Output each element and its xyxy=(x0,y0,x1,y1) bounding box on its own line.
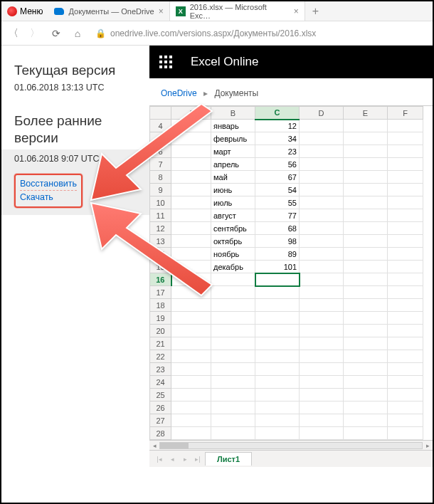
cell[interactable] xyxy=(171,248,211,261)
cell[interactable] xyxy=(171,325,211,337)
cell[interactable]: ноябрь xyxy=(211,248,255,261)
cell[interactable] xyxy=(300,196,344,209)
cell[interactable] xyxy=(388,145,423,158)
cell[interactable] xyxy=(255,299,300,312)
cell[interactable] xyxy=(255,427,300,440)
cell[interactable] xyxy=(300,120,344,132)
cell[interactable] xyxy=(388,325,423,337)
column-header[interactable]: F xyxy=(388,107,423,120)
cell[interactable] xyxy=(300,401,344,414)
cell[interactable] xyxy=(300,235,344,248)
cell[interactable] xyxy=(344,196,388,209)
row-header[interactable]: 6 xyxy=(150,145,171,158)
cell[interactable] xyxy=(300,414,344,427)
cell[interactable] xyxy=(211,325,255,337)
cell[interactable] xyxy=(344,222,388,235)
row-header[interactable]: 18 xyxy=(150,299,171,312)
cell[interactable] xyxy=(300,325,344,337)
row-header[interactable]: 19 xyxy=(150,312,171,325)
cell[interactable] xyxy=(255,273,300,286)
address-bar[interactable]: 🔒 onedrive.live.com/versions.aspx/Докуме… xyxy=(91,28,428,38)
cell[interactable]: 101 xyxy=(255,261,300,273)
sheet-tab[interactable]: Лист1 xyxy=(205,452,252,466)
row-header[interactable]: 7 xyxy=(150,158,171,171)
cell[interactable] xyxy=(344,261,388,273)
cell[interactable] xyxy=(344,427,388,440)
row-header[interactable]: 25 xyxy=(150,389,171,401)
older-version-item[interactable]: 01.06.2018 9:07 UTC Восстановить Скачать xyxy=(1,149,149,216)
cell[interactable] xyxy=(255,312,300,325)
cell[interactable] xyxy=(388,248,423,261)
cell[interactable] xyxy=(300,337,344,350)
sheet-first-icon[interactable]: |◂ xyxy=(154,456,165,463)
cell[interactable] xyxy=(388,235,423,248)
cell[interactable]: март xyxy=(211,145,255,158)
cell[interactable] xyxy=(344,184,388,196)
download-link[interactable]: Скачать xyxy=(20,190,77,204)
cell[interactable] xyxy=(211,427,255,440)
cell[interactable] xyxy=(344,158,388,171)
cell[interactable] xyxy=(388,312,423,325)
cell[interactable] xyxy=(255,325,300,337)
cell[interactable] xyxy=(344,414,388,427)
cell[interactable]: 68 xyxy=(255,222,300,235)
spreadsheet-grid[interactable]: ABCDEF4январь125феврыль346март237апрель5… xyxy=(149,105,433,440)
cell[interactable] xyxy=(171,299,211,312)
cell[interactable] xyxy=(255,389,300,401)
column-header[interactable]: A xyxy=(171,107,211,120)
cell[interactable] xyxy=(171,158,211,171)
cell[interactable] xyxy=(171,184,211,196)
cell[interactable]: 56 xyxy=(255,158,300,171)
cell[interactable] xyxy=(344,376,388,389)
cell[interactable] xyxy=(255,414,300,427)
cell[interactable] xyxy=(300,209,344,222)
cell[interactable] xyxy=(300,158,344,171)
row-header[interactable]: 28 xyxy=(150,427,171,440)
row-header[interactable]: 26 xyxy=(150,401,171,414)
cell[interactable] xyxy=(344,337,388,350)
cell[interactable] xyxy=(211,414,255,427)
browser-tab-onedrive[interactable]: Документы — OneDrive × xyxy=(48,1,169,21)
forward-button[interactable]: 〉 xyxy=(27,26,43,41)
browser-tab-excel[interactable]: X 2016.xlsx — Microsoft Exc… × xyxy=(170,1,305,21)
cell[interactable] xyxy=(344,145,388,158)
cell[interactable] xyxy=(344,248,388,261)
cell[interactable] xyxy=(388,427,423,440)
cell[interactable] xyxy=(255,350,300,363)
row-header[interactable]: 24 xyxy=(150,376,171,389)
row-header[interactable]: 10 xyxy=(150,196,171,209)
row-header[interactable]: 16 xyxy=(150,273,171,286)
cell[interactable] xyxy=(344,312,388,325)
cell[interactable]: 12 xyxy=(255,120,300,132)
cell[interactable]: 98 xyxy=(255,235,300,248)
cell[interactable] xyxy=(344,325,388,337)
reload-button[interactable]: ⟳ xyxy=(48,26,64,41)
cell[interactable] xyxy=(300,286,344,299)
cell[interactable] xyxy=(388,158,423,171)
cell[interactable] xyxy=(388,389,423,401)
cell[interactable] xyxy=(344,273,388,286)
cell[interactable] xyxy=(171,401,211,414)
home-button[interactable]: ⌂ xyxy=(70,26,85,41)
cell[interactable] xyxy=(388,286,423,299)
cell[interactable] xyxy=(388,337,423,350)
sheet-next-icon[interactable]: ▸ xyxy=(179,456,191,463)
cell[interactable] xyxy=(388,184,423,196)
cell[interactable]: 67 xyxy=(255,171,300,184)
scroll-left-icon[interactable]: ◂ xyxy=(149,442,159,449)
cell[interactable]: сентябрь xyxy=(211,222,255,235)
row-header[interactable]: 27 xyxy=(150,414,171,427)
cell[interactable] xyxy=(388,299,423,312)
column-header[interactable]: D xyxy=(300,107,344,120)
cell[interactable] xyxy=(388,171,423,184)
cell[interactable]: июнь xyxy=(211,184,255,196)
cell[interactable]: феврыль xyxy=(211,132,255,145)
close-icon[interactable]: × xyxy=(294,6,299,16)
cell[interactable] xyxy=(171,196,211,209)
cell[interactable]: август xyxy=(211,209,255,222)
cell[interactable] xyxy=(171,363,211,376)
cell[interactable] xyxy=(211,363,255,376)
cell[interactable]: июль xyxy=(211,196,255,209)
cell[interactable] xyxy=(171,312,211,325)
cell[interactable] xyxy=(211,286,255,299)
